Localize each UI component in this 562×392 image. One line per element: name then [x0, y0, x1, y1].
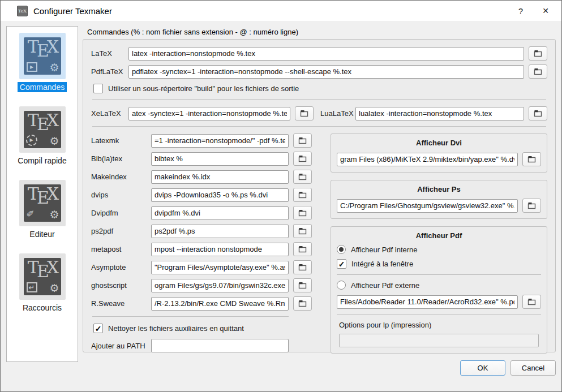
pdflatex-browse-button[interactable] — [529, 64, 547, 79]
ps2pdf-browse-button[interactable] — [293, 224, 312, 238]
app-icon: TeX — [17, 6, 28, 16]
biblatex-command-input[interactable] — [151, 152, 289, 166]
tex-logo-text: TEX — [28, 259, 57, 276]
asymptote-label: Asymptote — [91, 263, 151, 272]
asymptote-browse-button[interactable] — [293, 260, 312, 274]
lp-options-input — [339, 334, 539, 347]
makeindex-command-input[interactable] — [151, 170, 289, 184]
viewers-column: Afficheur Dvi Afficheur Ps — [331, 133, 547, 361]
pdf-browse-button[interactable] — [522, 295, 541, 309]
tex-logo-icon: TEX ↵ ⚙ — [24, 258, 61, 295]
sidebar-item-editeur[interactable]: TEX ✏ ⚙ Editeur — [19, 180, 66, 239]
ok-button[interactable]: OK — [460, 360, 505, 376]
pdf-internal-radio[interactable] — [337, 245, 346, 254]
build-subdir-row: Utiliser un sous-répertoire "build" pour… — [93, 84, 547, 93]
pdf-internal-row: Afficheur Pdf interne — [337, 245, 541, 254]
ps-browse-button[interactable] — [522, 199, 541, 213]
tex-logo-icon: TEX ▶ ⚙ — [24, 111, 61, 148]
help-button[interactable]: ? — [508, 1, 533, 21]
biblatex-label: Bib(la)tex — [91, 154, 151, 163]
compil-rapide-icon: TEX ▶ ⚙ — [19, 106, 66, 153]
ghostscript-browse-button[interactable] — [293, 278, 312, 292]
latex-browse-button[interactable] — [529, 46, 547, 61]
pdf-external-label: Afficheur Pdf externe — [351, 281, 419, 290]
pdf-external-radio[interactable] — [337, 281, 346, 290]
tex-logo-text: TEX — [28, 38, 57, 55]
sidebar-item-compil-rapide[interactable]: TEX ▶ ⚙ Compil rapide — [15, 106, 68, 166]
ps-viewer-input[interactable] — [337, 199, 518, 213]
rsweave-browse-button[interactable] — [293, 296, 312, 311]
titlebar: TeX Configurer Texmaker ? ✕ — [1, 1, 561, 21]
configure-texmaker-dialog: TeX Configurer Texmaker ? ✕ TEX ▶ ⚙ Comm… — [0, 0, 562, 392]
xelatex-command-input[interactable] — [128, 107, 290, 120]
path-input[interactable] — [151, 339, 289, 352]
sidebar-item-label: Compil rapide — [15, 156, 68, 166]
cleanup-label: Nettoyer les fichiers auxiliaires en qui… — [108, 324, 244, 333]
dvipdfm-command-input[interactable] — [151, 206, 289, 220]
xelatex-lualatex-row: XeLaTeX LuaLaTeX — [91, 106, 547, 120]
pdf-embedded-row: Intégré à la fenêtre — [337, 259, 541, 269]
pdf-embedded-checkbox[interactable] — [337, 259, 346, 269]
dvips-row: dvips — [91, 188, 320, 202]
sidebar-item-raccourcis[interactable]: TEX ↵ ⚙ Raccourcis — [19, 253, 66, 313]
gear-icon: ⚙ — [49, 136, 59, 147]
folder-icon — [534, 50, 542, 57]
separator — [92, 126, 546, 127]
sidebar: TEX ▶ ⚙ Commandes TEX ▶ ⚙ Compil rapide — [6, 26, 78, 362]
gear-icon: ⚙ — [49, 209, 59, 220]
metapost-browse-button[interactable] — [293, 242, 312, 256]
commands-group-box: LaTeX PdfLaTeX Utilis — [83, 39, 556, 352]
pdf-external-input[interactable] — [337, 295, 518, 309]
asymptote-row: Asymptote — [91, 260, 320, 274]
close-button[interactable]: ✕ — [533, 1, 558, 21]
lualatex-command-input[interactable] — [355, 107, 524, 120]
ps2pdf-row: ps2pdf — [91, 224, 320, 238]
ghostscript-command-input[interactable] — [151, 279, 289, 292]
latex-command-input[interactable] — [128, 47, 524, 61]
pdflatex-command-input[interactable] — [128, 65, 524, 79]
ps2pdf-command-input[interactable] — [151, 225, 289, 238]
build-subdir-label: Utiliser un sous-répertoire "build" pour… — [108, 84, 299, 93]
dvi-viewer-box: Afficheur Dvi — [331, 133, 547, 173]
xelatex-browse-button[interactable] — [295, 106, 314, 120]
asymptote-command-input[interactable] — [151, 261, 289, 274]
tex-logo-text: TEX — [28, 112, 57, 129]
ps2pdf-label: ps2pdf — [91, 227, 151, 235]
path-label: Ajouter au PATH — [91, 342, 151, 350]
pdf-internal-label: Afficheur Pdf interne — [351, 245, 418, 254]
dvips-browse-button[interactable] — [293, 188, 312, 202]
window-title: Configurer Texmaker — [33, 6, 112, 16]
dvips-label: dvips — [91, 191, 151, 199]
latexmk-browse-button[interactable] — [293, 133, 312, 148]
build-subdir-checkbox[interactable] — [93, 84, 103, 93]
rsweave-row: R.Sweave — [91, 296, 320, 311]
biblatex-browse-button[interactable] — [293, 152, 312, 166]
makeindex-browse-button[interactable] — [293, 170, 312, 184]
dvipdfm-browse-button[interactable] — [293, 206, 312, 220]
biblatex-row: Bib(la)tex — [91, 152, 320, 166]
sidebar-item-commandes[interactable]: TEX ▶ ⚙ Commandes — [18, 33, 67, 92]
commands-pane: Commandes (% : nom fichier sans extensio… — [83, 26, 556, 391]
folder-icon — [534, 110, 542, 117]
cleanup-checkbox[interactable] — [93, 324, 103, 333]
folder-icon — [300, 110, 308, 117]
pdf-external-row: Afficheur Pdf externe — [337, 281, 541, 290]
rsweave-label: R.Sweave — [91, 299, 151, 308]
metapost-command-input[interactable] — [151, 243, 289, 256]
ghostscript-label: ghostscript — [91, 281, 151, 290]
gear-icon: ⚙ — [49, 283, 59, 294]
cancel-button[interactable]: Cancel — [510, 360, 556, 376]
dvi-viewer-input[interactable] — [337, 153, 518, 166]
lualatex-browse-button[interactable] — [529, 106, 547, 120]
folder-icon — [527, 202, 536, 209]
rsweave-command-input[interactable] — [151, 297, 289, 311]
metapost-label: metapost — [91, 245, 151, 253]
folder-icon — [298, 191, 307, 199]
latexmk-command-input[interactable] — [151, 134, 289, 148]
dvips-command-input[interactable] — [151, 188, 289, 202]
metapost-row: metapost — [91, 242, 320, 256]
makeindex-row: Makeindex — [91, 170, 320, 184]
dvi-browse-button[interactable] — [522, 152, 541, 166]
latex-label: LaTeX — [91, 49, 128, 58]
folder-icon — [527, 298, 536, 305]
